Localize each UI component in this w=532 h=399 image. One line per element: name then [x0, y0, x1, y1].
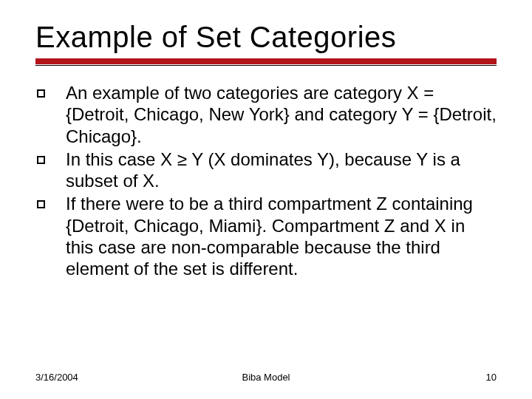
slide-title: Example of Set Categories [35, 21, 497, 54]
bullet-icon [37, 200, 45, 208]
list-item: An example of two categories are categor… [35, 82, 497, 147]
bullet-icon [37, 89, 45, 98]
footer-title: Biba Model [35, 372, 497, 383]
bullet-icon [37, 156, 45, 164]
title-underline-red [35, 58, 497, 64]
footer-date: 3/16/2004 [35, 372, 78, 383]
list-item: In this case X ≥ Y (X dominates Y), beca… [35, 149, 497, 192]
slide: Example of Set Categories An example of … [0, 0, 532, 399]
bullet-text: If there were to be a third compartment … [66, 193, 497, 279]
footer-page-number: 10 [486, 372, 497, 383]
slide-footer: 3/16/2004 Biba Model 10 [35, 372, 497, 383]
bullet-text: In this case X ≥ Y (X dominates Y), beca… [66, 149, 497, 192]
title-underline-thin [35, 65, 497, 66]
bullet-text: An example of two categories are categor… [66, 82, 497, 147]
slide-body: An example of two categories are categor… [35, 82, 497, 279]
list-item: If there were to be a third compartment … [35, 193, 497, 279]
